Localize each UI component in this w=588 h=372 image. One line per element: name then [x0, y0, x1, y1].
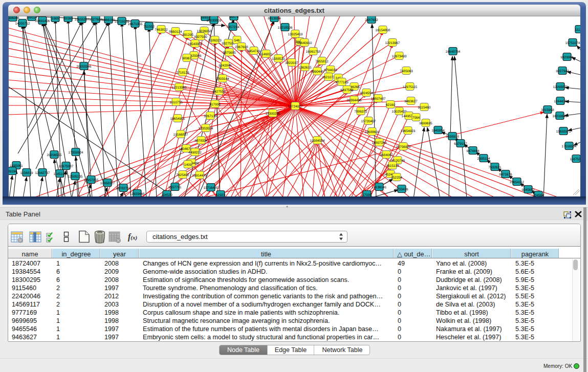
svg-text:3267130: 3267130	[204, 115, 217, 118]
svg-text:12213967: 12213967	[385, 41, 400, 45]
svg-text:10655287: 10655287	[75, 18, 90, 21]
svg-text:546: 546	[234, 39, 240, 42]
svg-text:1640954: 1640954	[431, 129, 445, 133]
svg-text:2803144: 2803144	[216, 77, 229, 81]
svg-text:20206555: 20206555	[47, 154, 62, 157]
svg-text:9327500: 9327500	[194, 35, 207, 39]
svg-text:252254: 252254	[391, 176, 402, 180]
svg-text:2367608: 2367608	[235, 46, 248, 49]
svg-text:7357224: 7357224	[226, 26, 239, 29]
svg-text:19654923: 19654923	[401, 129, 416, 133]
svg-text:14055712: 14055712	[15, 22, 30, 26]
svg-text:2087682: 2087682	[365, 18, 378, 22]
svg-text:891295: 891295	[182, 33, 193, 37]
svg-text:12923448: 12923448	[130, 192, 145, 196]
svg-text:9699695: 9699695	[419, 122, 432, 125]
svg-text:20053346: 20053346	[77, 65, 92, 69]
svg-text:8878334: 8878334	[194, 139, 208, 143]
svg-text:12975115: 12975115	[403, 85, 418, 89]
svg-text:9463627: 9463627	[404, 100, 418, 103]
svg-text:19384554: 19384554	[310, 139, 325, 143]
svg-text:3822037: 3822037	[285, 61, 298, 65]
svg-text:20364436: 20364436	[347, 99, 362, 102]
svg-text:20160: 20160	[63, 17, 73, 20]
svg-text:16033809: 16033809	[207, 19, 222, 23]
svg-text:9242845: 9242845	[219, 64, 232, 68]
svg-text:9245652: 9245652	[521, 188, 535, 192]
svg-text:16640910: 16640910	[297, 41, 312, 45]
svg-text:16782759: 16782759	[116, 187, 131, 190]
svg-text:20691406: 20691406	[35, 19, 50, 23]
svg-text:9777169: 9777169	[335, 81, 349, 84]
svg-text:10025433: 10025433	[392, 110, 407, 114]
svg-text:15751074: 15751074	[565, 41, 580, 45]
svg-text:1588520: 1588520	[272, 57, 285, 61]
svg-text:39194: 39194	[9, 170, 17, 173]
svg-text:16543382: 16543382	[188, 42, 203, 46]
svg-text:9115460: 9115460	[418, 106, 431, 110]
svg-text:15720407: 15720407	[361, 120, 376, 123]
svg-text:16671355: 16671355	[128, 23, 143, 26]
svg-text:19654905: 19654905	[170, 117, 185, 121]
svg-text:15692971: 15692971	[556, 130, 571, 134]
svg-text:8427552: 8427552	[212, 90, 226, 94]
svg-text:10719155: 10719155	[115, 20, 129, 24]
svg-text:10975887: 10975887	[59, 165, 74, 168]
svg-text:1733426: 1733426	[395, 188, 408, 191]
svg-text:11123: 11123	[575, 28, 580, 32]
svg-text:7463822: 7463822	[155, 28, 168, 32]
svg-text:1527602: 1527602	[89, 18, 102, 21]
svg-text:16648784: 16648784	[446, 50, 461, 54]
svg-text:1615132: 1615132	[386, 164, 399, 168]
svg-text:18300295: 18300295	[266, 112, 280, 116]
svg-text:15716485: 15716485	[204, 186, 219, 190]
svg-text:62160: 62160	[386, 103, 395, 107]
svg-text:1244415: 1244415	[554, 100, 567, 103]
svg-text:751552: 751552	[143, 25, 155, 29]
svg-text:2718126: 2718126	[176, 71, 189, 75]
svg-text:12505135: 12505135	[68, 175, 83, 179]
svg-text:1167531: 1167531	[570, 158, 580, 161]
svg-text:2935114: 2935114	[477, 157, 490, 161]
svg-text:9146821: 9146821	[259, 53, 273, 56]
svg-text:10807487: 10807487	[371, 97, 386, 101]
svg-text:7564: 7564	[412, 116, 420, 120]
svg-text:13325419: 13325419	[288, 33, 303, 36]
svg-text:2006066: 2006066	[9, 16, 19, 20]
svg-text:10958117: 10958117	[100, 182, 115, 185]
svg-text:8471676: 8471676	[499, 173, 512, 177]
svg-text:10688609: 10688609	[365, 130, 380, 134]
svg-text:7485063: 7485063	[400, 70, 413, 73]
svg-text:96474: 96474	[229, 16, 238, 19]
svg-text:10654112: 10654112	[510, 181, 525, 184]
svg-text:16154808: 16154808	[376, 29, 390, 32]
svg-text:12353594: 12353594	[199, 127, 213, 130]
svg-text:10973493: 10973493	[392, 55, 407, 58]
svg-text:9657791: 9657791	[168, 186, 182, 189]
svg-text:16210643: 16210643	[553, 115, 568, 118]
svg-text:924564: 924564	[533, 194, 544, 197]
svg-text:20756928: 20756928	[396, 145, 411, 149]
svg-text:7955812: 7955812	[315, 60, 329, 63]
svg-text:17016504: 17016504	[562, 145, 577, 148]
svg-text:19218506: 19218506	[278, 26, 293, 30]
svg-text:1362615: 1362615	[298, 66, 312, 70]
svg-text:18807249: 18807249	[372, 141, 387, 145]
svg-text:417006: 417006	[209, 103, 221, 106]
svg-text:7625402: 7625402	[176, 173, 189, 177]
svg-text:17957255: 17957255	[84, 179, 99, 182]
svg-text:1145194: 1145194	[54, 172, 67, 176]
svg-text:19166827: 19166827	[173, 133, 188, 137]
svg-text:1010755: 1010755	[169, 101, 183, 104]
svg-text:98967: 98967	[182, 57, 191, 60]
svg-text:3215958: 3215958	[541, 108, 554, 112]
svg-text:16961758: 16961758	[306, 50, 321, 54]
svg-text:1621072: 1621072	[322, 76, 335, 79]
svg-text:12093873: 12093873	[553, 85, 568, 89]
svg-text:12213369: 12213369	[172, 86, 187, 90]
svg-text:9684067: 9684067	[380, 154, 393, 157]
svg-text:17359924: 17359924	[69, 151, 83, 155]
svg-text:8813054: 8813054	[268, 17, 281, 20]
svg-text:6497568: 6497568	[340, 89, 354, 92]
svg-text:6794028: 6794028	[324, 69, 337, 72]
